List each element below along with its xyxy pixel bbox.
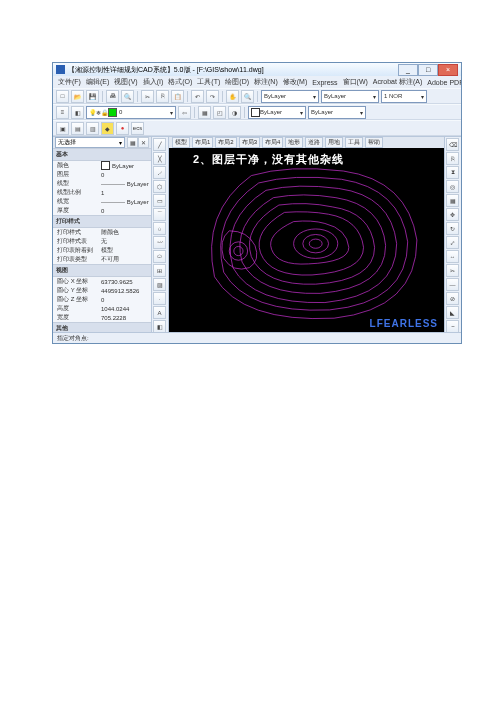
selection-combo[interactable]: 无选择▾ — [55, 137, 125, 148]
plot-combo[interactable]: 1 NOR▾ — [381, 90, 427, 103]
menu-item[interactable]: 插入(I) — [143, 77, 164, 87]
max-button[interactable]: □ — [418, 64, 438, 76]
chamfer-icon[interactable]: ◣ — [446, 306, 459, 319]
menu-item[interactable]: Adobe PDF(B) — [427, 79, 461, 86]
offset-icon[interactable]: ◎ — [446, 180, 459, 193]
property-row[interactable]: 线宽———— ByLayer — [53, 197, 151, 206]
redo-icon[interactable]: ↷ — [206, 90, 219, 103]
property-value[interactable]: 无 — [101, 237, 151, 246]
rotate-icon[interactable]: ↻ — [446, 222, 459, 235]
xline-icon[interactable]: ╳ — [153, 152, 166, 165]
point-icon[interactable]: · — [153, 292, 166, 305]
save-icon[interactable]: 💾 — [86, 90, 99, 103]
polygon-icon[interactable]: ⬡ — [153, 180, 166, 193]
copy-icon[interactable]: ⎘ — [156, 90, 169, 103]
tb3-b1[interactable]: ▣ — [56, 122, 69, 135]
layer-btn1[interactable]: ≡ — [56, 106, 69, 119]
tb3-b3[interactable]: ▥ — [86, 122, 99, 135]
print-icon[interactable]: 🖶 — [106, 90, 119, 103]
pline-icon[interactable]: ⟋ — [153, 166, 166, 179]
array-icon[interactable]: ▦ — [446, 194, 459, 207]
tb2-b3[interactable]: ◑ — [228, 106, 241, 119]
tab[interactable]: 用地 — [325, 137, 343, 148]
spline-icon[interactable]: 〰 — [153, 236, 166, 249]
property-value[interactable]: 0 — [101, 297, 151, 303]
menu-item[interactable]: Acrobat 标注(A) — [373, 77, 422, 87]
move-icon[interactable]: ✥ — [446, 208, 459, 221]
paste-icon[interactable]: 📋 — [171, 90, 184, 103]
open-icon[interactable]: 📂 — [71, 90, 84, 103]
property-value[interactable]: ———— ByLayer — [101, 181, 151, 187]
property-row[interactable]: 图层0 — [53, 170, 151, 179]
tb3-b4[interactable]: ◆ — [101, 122, 114, 135]
property-value[interactable]: ByLayer — [101, 161, 151, 170]
menu-item[interactable]: 格式(O) — [168, 77, 192, 87]
region-icon[interactable]: ◧ — [153, 320, 166, 332]
arc-icon[interactable]: ⌒ — [153, 208, 166, 221]
props-btn2[interactable]: ✕ — [138, 137, 149, 148]
hatch-icon[interactable]: ▨ — [153, 278, 166, 291]
cut-icon[interactable]: ✂ — [141, 90, 154, 103]
menu-item[interactable]: 修改(M) — [283, 77, 308, 87]
property-row[interactable]: 高度1044.0244 — [53, 304, 151, 313]
menu-item[interactable]: 绘图(D) — [225, 77, 249, 87]
ltype-combo2[interactable]: ByLayer▾ — [308, 106, 366, 119]
extend-icon[interactable]: — — [446, 278, 459, 291]
tab[interactable]: 布局4 — [262, 137, 283, 148]
menu-item[interactable]: Express — [312, 79, 337, 86]
tab[interactable]: 帮助 — [365, 137, 383, 148]
preview-icon[interactable]: 🔍 — [121, 90, 134, 103]
fillet-icon[interactable]: ⌢ — [446, 320, 459, 332]
erase-icon[interactable]: ⌫ — [446, 138, 459, 151]
tab[interactable]: 地形 — [285, 137, 303, 148]
property-value[interactable]: 0 — [101, 172, 151, 178]
mirror-icon[interactable]: ⧗ — [446, 166, 459, 179]
property-row[interactable]: 圆心 X 坐标63730.9625 — [53, 277, 151, 286]
property-value[interactable]: 不可用 — [101, 255, 151, 264]
tb2-b1[interactable]: ▦ — [198, 106, 211, 119]
linestyle-combo[interactable]: ByLayer▾ — [261, 90, 319, 103]
undo-icon[interactable]: ↶ — [191, 90, 204, 103]
tab[interactable]: 布局3 — [239, 137, 260, 148]
menu-item[interactable]: 视图(V) — [114, 77, 137, 87]
property-value[interactable]: 1 — [101, 190, 151, 196]
tab[interactable]: 模型 — [172, 137, 190, 148]
copy2-icon[interactable]: ⎘ — [446, 152, 459, 165]
circle-icon[interactable]: ○ — [153, 222, 166, 235]
property-value[interactable]: 随颜色 — [101, 228, 151, 237]
menu-item[interactable]: 工具(T) — [197, 77, 220, 87]
property-row[interactable]: 宽度705.2228 — [53, 313, 151, 322]
property-row[interactable]: 打印样式表无 — [53, 237, 151, 246]
property-row[interactable]: 颜色ByLayer — [53, 161, 151, 170]
layer-btn2[interactable]: ◧ — [71, 106, 84, 119]
tab[interactable]: 布局2 — [215, 137, 236, 148]
property-value[interactable]: 705.2228 — [101, 315, 151, 321]
line-icon[interactable]: ╱ — [153, 138, 166, 151]
tab[interactable]: 道路 — [305, 137, 323, 148]
zoom-icon[interactable]: 🔍 — [241, 90, 254, 103]
tb3-b2[interactable]: ▤ — [71, 122, 84, 135]
tb3-b6[interactable]: ecs — [131, 122, 144, 135]
property-value[interactable]: 1044.0244 — [101, 306, 151, 312]
menu-item[interactable]: 编辑(E) — [86, 77, 109, 87]
layer-prev-icon[interactable]: ⇦ — [178, 106, 191, 119]
tb3-b5[interactable]: ● — [116, 122, 129, 135]
text-icon[interactable]: A — [153, 306, 166, 319]
tab[interactable]: 布局1 — [192, 137, 213, 148]
drawing-canvas[interactable]: 2、图层干净，没有其他杂线 — [169, 148, 444, 332]
close-button[interactable]: × — [438, 64, 458, 76]
stretch-icon[interactable]: ↔ — [446, 250, 459, 263]
property-row[interactable]: 线型———— ByLayer — [53, 179, 151, 188]
menu-item[interactable]: 窗口(W) — [343, 77, 368, 87]
property-value[interactable]: 模型 — [101, 246, 151, 255]
property-value[interactable]: 0 — [101, 208, 151, 214]
pan-icon[interactable]: ✋ — [226, 90, 239, 103]
ellipse-icon[interactable]: ⬭ — [153, 250, 166, 263]
property-value[interactable]: 4495912.5826 — [101, 288, 151, 294]
new-icon[interactable]: □ — [56, 90, 69, 103]
min-button[interactable]: _ — [398, 64, 418, 76]
property-value[interactable]: ———— ByLayer — [101, 199, 151, 205]
trim-icon[interactable]: ✂ — [446, 264, 459, 277]
property-row[interactable]: 打印样式随颜色 — [53, 228, 151, 237]
insert-icon[interactable]: ⊞ — [153, 264, 166, 277]
